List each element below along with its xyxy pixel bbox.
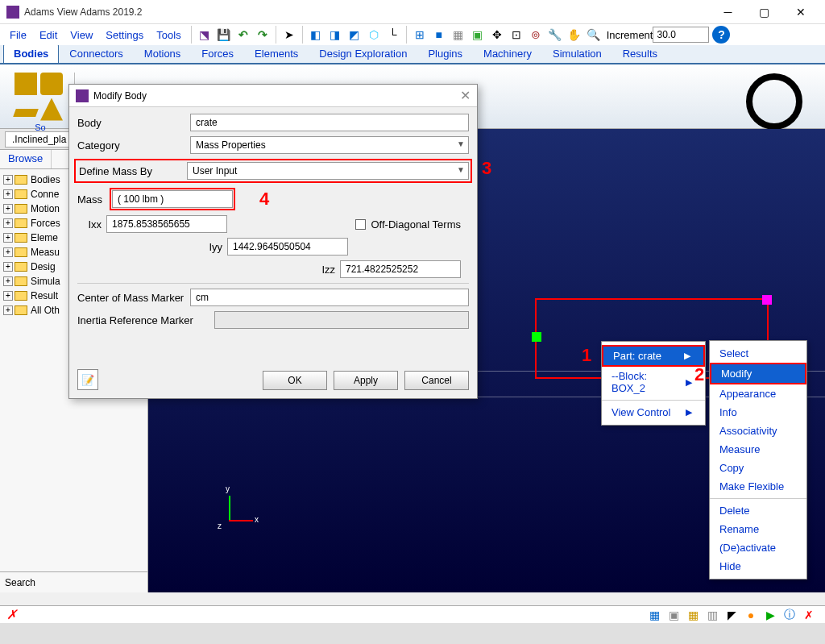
ctx-appearance[interactable]: Appearance — [710, 384, 806, 403]
tab-forces[interactable]: Forces — [191, 44, 244, 63]
dialog-title: Modify Body — [93, 90, 460, 102]
ctx-modify[interactable]: Modify — [710, 363, 806, 384]
model-path[interactable]: .Inclined_pla — [5, 131, 73, 147]
mass-field[interactable]: ( 100 lbm ) — [112, 190, 233, 208]
close-button[interactable]: ✕ — [782, 0, 819, 24]
inertia-ref-field[interactable] — [214, 311, 469, 329]
menu-file[interactable]: File — [3, 27, 33, 44]
box-icon[interactable]: ▣ — [469, 26, 487, 44]
view-cube1-icon[interactable]: ◧ — [307, 26, 325, 44]
color-icon[interactable]: ■ — [430, 26, 448, 44]
cancel-button[interactable]: Cancel — [404, 371, 469, 390]
ixx-field[interactable]: 1875.8538565655 — [106, 215, 227, 233]
maximize-button[interactable]: ▢ — [746, 0, 782, 24]
status-icon-1[interactable]: ▦ — [646, 608, 662, 622]
new-icon[interactable]: ⬔ — [196, 26, 214, 44]
view-cube3-icon[interactable]: ◩ — [346, 26, 363, 44]
iyy-field[interactable]: 1442.9645050504 — [227, 238, 348, 256]
grid2-icon[interactable]: ▦ — [450, 26, 467, 44]
status-icon-8[interactable]: ⓘ — [781, 608, 798, 622]
dotbox-icon[interactable]: ⊡ — [508, 26, 525, 44]
tab-bodies[interactable]: Bodies — [3, 44, 59, 63]
status-icon-9[interactable]: ✗ — [801, 608, 817, 622]
increment-input[interactable] — [653, 27, 709, 43]
menu-edit[interactable]: Edit — [33, 27, 64, 44]
ctx-rename[interactable]: Rename — [710, 520, 806, 538]
hand-icon[interactable]: ✋ — [566, 26, 583, 44]
cancel-op-icon[interactable]: ✗ — [6, 607, 17, 622]
browse-tab[interactable]: Browse — [0, 150, 52, 168]
ctx-select[interactable]: Select — [710, 344, 806, 363]
annotation-3: 3 — [482, 158, 491, 179]
save-icon[interactable]: 💾 — [215, 26, 233, 44]
separator — [406, 26, 407, 44]
ctx-info[interactable]: Info — [710, 403, 806, 422]
offdiag-checkbox[interactable] — [355, 219, 366, 230]
menu-settings[interactable]: Settings — [99, 27, 150, 44]
redo-icon[interactable]: ↷ — [254, 26, 272, 44]
status-icon-3[interactable]: ▦ — [685, 608, 701, 622]
menu-tools[interactable]: Tools — [150, 27, 187, 44]
view-cube4-icon[interactable]: ⬡ — [365, 26, 383, 44]
minimize-button[interactable]: ─ — [710, 0, 746, 24]
dialog-edit-icon[interactable]: 📝 — [77, 369, 98, 390]
annotation-2: 2 — [694, 364, 704, 385]
dialog-close-icon[interactable]: ✕ — [460, 88, 471, 103]
tab-elements[interactable]: Elements — [244, 44, 309, 63]
box-solid-icon[interactable] — [15, 73, 37, 95]
window-titlebar: Adams View Adams 2019.2 ─ ▢ ✕ — [0, 0, 825, 24]
menu-view[interactable]: View — [64, 27, 99, 44]
crate-marker[interactable] — [532, 332, 541, 342]
cone-solid-icon[interactable] — [40, 98, 63, 121]
view-cube2-icon[interactable]: ◨ — [326, 26, 344, 44]
axis-icon[interactable]: └ — [384, 26, 402, 44]
izz-field[interactable]: 721.4822525252 — [340, 260, 461, 278]
ok-button[interactable]: OK — [263, 371, 327, 390]
com-marker-label: Center of Mass Marker — [77, 292, 190, 304]
ctx-make-flexible[interactable]: Make Flexible — [710, 477, 806, 496]
com-marker-field[interactable]: cm — [190, 289, 469, 306]
ctx-block-box2[interactable]: --Block: BOX_2▶ — [602, 367, 705, 397]
link-solid-icon[interactable] — [13, 109, 39, 117]
body-field[interactable]: crate — [190, 114, 469, 131]
crate-handle[interactable] — [762, 295, 772, 305]
undo-icon[interactable]: ↶ — [234, 26, 252, 44]
tab-connectors[interactable]: Connectors — [59, 44, 133, 63]
ctx-deactivate[interactable]: (De)activate — [710, 538, 806, 557]
wrench-icon[interactable]: 🔧 — [546, 26, 564, 44]
ctx-associativity[interactable]: Associativity — [710, 422, 806, 440]
select-icon[interactable]: ➤ — [280, 26, 298, 44]
context-menu-primary: Part: crate▶ --Block: BOX_2▶ View Contro… — [601, 341, 706, 426]
ctx-copy[interactable]: Copy — [710, 459, 806, 477]
ribbon-tabs: Bodies Connectors Motions Forces Element… — [0, 45, 825, 64]
grid1-icon[interactable]: ⊞ — [411, 26, 429, 44]
dialog-icon — [76, 89, 89, 102]
ctx-measure[interactable]: Measure — [710, 440, 806, 459]
tab-machinery[interactable]: Machinery — [473, 44, 542, 63]
status-icon-7[interactable]: ▶ — [762, 608, 778, 622]
tab-design-exploration[interactable]: Design Exploration — [309, 44, 417, 63]
tab-plugins[interactable]: Plugins — [417, 44, 473, 63]
status-icon-5[interactable]: ◤ — [723, 608, 740, 622]
define-mass-by-dropdown[interactable]: User Input — [187, 162, 469, 180]
tab-results[interactable]: Results — [612, 44, 668, 63]
ctx-hide[interactable]: Hide — [710, 557, 806, 575]
tab-simulation[interactable]: Simulation — [542, 44, 612, 63]
help-icon[interactable]: ? — [712, 26, 730, 44]
target-icon[interactable]: ⊚ — [527, 26, 545, 44]
apply-button[interactable]: Apply — [334, 371, 398, 390]
ctx-view-control[interactable]: View Control▶ — [602, 403, 705, 422]
move-icon[interactable]: ✥ — [488, 26, 506, 44]
zoom-icon[interactable]: 🔍 — [585, 26, 603, 44]
status-icon-6[interactable]: ● — [743, 608, 759, 622]
window-title: Adams View Adams 2019.2 — [24, 6, 710, 18]
ctx-part-crate[interactable]: Part: crate▶ — [602, 345, 705, 367]
ixx-label: Ixx — [77, 218, 102, 231]
tab-motions[interactable]: Motions — [134, 44, 192, 63]
ctx-delete[interactable]: Delete — [710, 501, 806, 520]
category-dropdown[interactable]: Mass Properties — [190, 136, 469, 154]
cylinder-solid-icon[interactable] — [40, 73, 63, 95]
status-icon-2[interactable]: ▣ — [665, 608, 682, 622]
define-mass-by-label: Define Mass By — [77, 165, 187, 177]
status-icon-4[interactable]: ▥ — [704, 608, 720, 622]
